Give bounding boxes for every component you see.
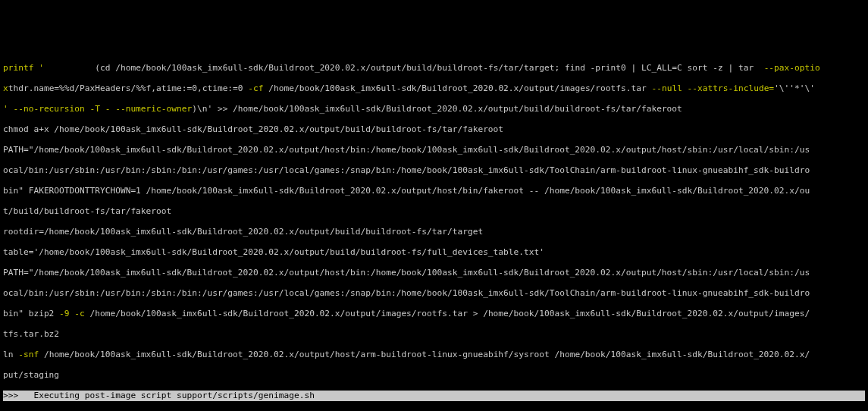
log-line: bin" bzip2 -9 -c /home/book/100ask_imx6u… bbox=[3, 309, 865, 319]
log-line: ocal/bin:/usr/sbin:/usr/bin:/sbin:/bin:/… bbox=[3, 288, 865, 299]
log-line: t/build/buildroot-fs/tar/fakeroot bbox=[3, 206, 865, 217]
log-line: bin" FAKEROOTDONTTRYCHOWN=1 /home/book/1… bbox=[3, 186, 865, 196]
log-line: ' --no-recursion -T - --numeric-owner)\n… bbox=[3, 104, 865, 115]
highlighted-line: >>> Executing post-image script support/… bbox=[3, 391, 865, 401]
terminal-output[interactable]: printf ' (cd /home/book/100ask_imx6ull-s… bbox=[0, 52, 868, 412]
log-line: xthdr.name=%%d/PaxHeaders/%%f,atime:=0,c… bbox=[3, 83, 865, 94]
log-line: printf ' (cd /home/book/100ask_imx6ull-s… bbox=[3, 63, 865, 74]
log-line: table='/home/book/100ask_imx6ull-sdk/Bui… bbox=[3, 247, 865, 258]
log-line: PATH="/home/book/100ask_imx6ull-sdk/Buil… bbox=[3, 268, 865, 278]
log-line: ln -snf /home/book/100ask_imx6ull-sdk/Bu… bbox=[3, 350, 865, 360]
log-line: chmod a+x /home/book/100ask_imx6ull-sdk/… bbox=[3, 124, 865, 135]
log-line: put/staging bbox=[3, 370, 865, 381]
log-line: PATH="/home/book/100ask_imx6ull-sdk/Buil… bbox=[3, 145, 865, 155]
log-line: tfs.tar.bz2 bbox=[3, 329, 865, 340]
log-line: rootdir=/home/book/100ask_imx6ull-sdk/Bu… bbox=[3, 227, 865, 237]
log-line: ocal/bin:/usr/sbin:/usr/bin:/sbin:/bin:/… bbox=[3, 165, 865, 176]
